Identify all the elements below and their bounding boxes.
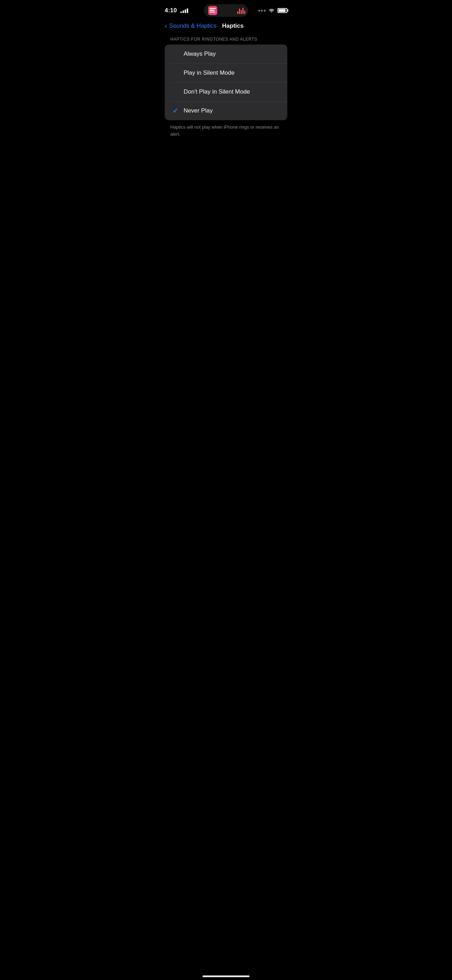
dynamic-island[interactable] — [204, 4, 248, 17]
description-text: Haptics will not play when iPhone rings … — [165, 120, 287, 137]
option-dont-play-silent[interactable]: ✓ Don't Play in Silent Mode — [165, 83, 287, 101]
signal-icon — [180, 8, 188, 13]
content: Haptics for Ringtones and Alerts ✓ Alway… — [158, 34, 294, 137]
options-list: ✓ Always Play ✓ Play in Silent Mode ✓ Do… — [165, 45, 287, 120]
battery-icon: 89 — [277, 8, 287, 13]
status-bar: 4:10 — [158, 0, 294, 19]
option-dont-play-silent-label: Don't Play in Silent Mode — [184, 88, 250, 95]
battery-level: 89 — [281, 9, 284, 12]
option-never-play[interactable]: ✓ Never Play — [165, 101, 287, 120]
option-play-silent[interactable]: ✓ Play in Silent Mode — [165, 64, 287, 83]
back-chevron-icon: ‹ — [165, 22, 167, 30]
status-right: 89 — [258, 8, 287, 13]
battery: 89 — [277, 8, 287, 13]
checkmark-never-play: ✓ — [171, 107, 180, 115]
option-always-play[interactable]: ✓ Always Play — [165, 45, 287, 64]
page-title: Haptics — [222, 22, 244, 29]
status-left: 4:10 — [165, 7, 188, 14]
cellular-dots — [258, 10, 266, 11]
nav-bar: ‹ Sounds & Haptics Haptics — [158, 19, 294, 34]
back-label: Sounds & Haptics — [169, 22, 216, 29]
wifi-icon — [268, 8, 275, 13]
option-never-play-label: Never Play — [184, 107, 213, 114]
back-button[interactable]: ‹ Sounds & Haptics — [165, 22, 216, 30]
option-always-play-label: Always Play — [184, 51, 216, 57]
option-play-silent-label: Play in Silent Mode — [184, 69, 235, 76]
status-time: 4:10 — [165, 7, 177, 14]
island-audio-bars — [237, 7, 245, 14]
island-app-icon — [208, 6, 217, 15]
section-header: Haptics for Ringtones and Alerts — [165, 37, 287, 42]
